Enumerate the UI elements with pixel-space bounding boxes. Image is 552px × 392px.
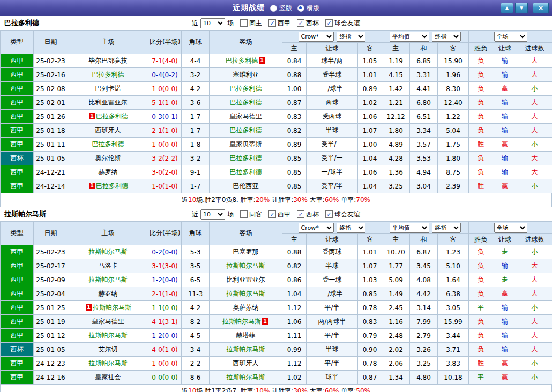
handicap-away-odds: 1.03 <box>358 273 382 287</box>
filter-league-laliga[interactable]: ✓ 西甲 <box>268 19 290 28</box>
result-winloss: 负 <box>469 110 493 124</box>
avg-home-odds: 1.36 <box>382 165 410 179</box>
filter-league-laliga[interactable]: ✓ 西甲 <box>268 210 290 219</box>
match-row: 西甲 25-02-17 马洛卡 3-1(3-0) 3-5 拉斯帕尔马斯 0.82… <box>1 259 552 273</box>
red-card-badge: 1 <box>86 304 92 311</box>
odds-stage-select[interactable]: 终指 <box>337 223 365 233</box>
team-name: 巴拉多利德 <box>4 18 39 28</box>
layout-vertical-radio[interactable]: 竖版 <box>270 4 292 13</box>
avg-away-odds: 8.30 <box>438 82 469 96</box>
window-title: 近期战绩 <box>233 3 265 13</box>
filter-league-copa[interactable]: ✓ 西杯 <box>297 19 319 28</box>
handicap-home-odds: 1.02 <box>282 371 307 385</box>
scroll-up-button[interactable]: ▲ <box>501 3 513 13</box>
league-badge: 西甲 <box>1 54 34 68</box>
match-row: 西甲 24-12-23 拉斯帕尔马斯 1-0(0-0) 2-2 西班牙人 1.1… <box>1 357 552 371</box>
score: 2-1(1-0) <box>148 124 182 138</box>
league-badge: 西甲 <box>1 245 34 259</box>
team-name-text: 巴拉多利德 <box>230 85 262 92</box>
odds-stage-select[interactable]: 终指 <box>337 32 365 42</box>
avg-home-odds: 1.21 <box>382 96 410 110</box>
average-odds-select[interactable]: 平均值 <box>390 223 429 233</box>
layout-horizontal-radio[interactable]: 横版 <box>297 4 319 13</box>
match-date: 25-01-25 <box>34 301 68 315</box>
fulltime-select[interactable]: 全场 <box>494 32 527 42</box>
filter-same-venue[interactable]: 同主 <box>240 19 262 28</box>
score: 7-1(4-0) <box>148 54 182 68</box>
result-winloss: 胜 <box>469 357 493 371</box>
score: 2-1(1-0) <box>148 287 182 301</box>
match-date: 24-12-14 <box>34 179 68 193</box>
result-winloss: 负 <box>469 343 493 357</box>
team-name-text: 巴拉多利德 <box>230 154 262 162</box>
checkbox-checked-icon: ✓ <box>297 19 304 27</box>
match-count-select[interactable]: 10 <box>200 209 225 220</box>
handicap-line: 受半/一 <box>307 152 358 165</box>
handicap-away-odds: 1.00 <box>358 138 382 152</box>
odds-company-select[interactable]: Crow* <box>299 223 334 233</box>
avg-away-odds: 3.44 <box>438 329 469 343</box>
copa-label: 西杯 <box>306 19 319 28</box>
handicap-home-odds: 1.00 <box>282 82 307 96</box>
team-name-text: 赫塔菲 <box>236 331 256 339</box>
team-name-text: 拉斯帕尔马斯 <box>89 359 128 367</box>
fulltime-select[interactable]: 全场 <box>494 223 527 233</box>
handicap-away-odds: 1.01 <box>358 245 382 259</box>
score: 5-1(1-0) <box>148 96 182 110</box>
scroll-down-button[interactable]: ▼ <box>515 3 528 13</box>
result-winloss: 负 <box>469 315 493 329</box>
filter-same-venue[interactable]: 同客 <box>240 210 262 219</box>
result-goals: 大 <box>517 273 552 287</box>
average-stage-select[interactable]: 终指 <box>432 32 461 42</box>
match-count-select[interactable]: 10 <box>200 18 225 28</box>
horizontal-radio-label: 横版 <box>307 4 319 13</box>
home-team: 赫罗纳 <box>68 165 148 179</box>
avg-draw-odds: 3.25 <box>410 357 438 371</box>
corner-score: 1-8 <box>182 138 210 152</box>
recent-results-window: 近期战绩 竖版 横版 ▲ ▼ × 巴拉多利德 <box>0 0 552 392</box>
corner-score: 8-2 <box>182 315 210 329</box>
away-team: 巴塞罗那 <box>210 245 282 259</box>
match-row: 西杯 25-01-05 艾尔切 4-0(1-0) 3-4 拉斯帕尔马斯 0.99… <box>1 343 552 357</box>
filter-league-friendly[interactable]: ✓ 球会友谊 <box>325 19 360 28</box>
handicap-line: 半球 <box>307 124 358 138</box>
away-team: 巴拉多利德 <box>210 165 282 179</box>
near-label: 近 <box>192 19 198 28</box>
result-winloss: 负 <box>469 68 493 82</box>
home-team: 马洛卡 <box>68 259 148 273</box>
avg-away-odds: 1.96 <box>438 68 469 82</box>
team-section: 拉斯帕尔马斯 近 10 场 同客 ✓ 西甲 ✓ 西杯 <box>0 207 552 392</box>
avg-draw-odds: 4.42 <box>410 287 438 301</box>
avg-home-odds: 2.06 <box>382 357 410 371</box>
handicap-home-odds: 0.85 <box>282 179 307 193</box>
league-badge: 西杯 <box>1 152 34 165</box>
summary-text: 近10场,胜1平2负7, 胜率:10% 让胜率:30% 大率:60% 单率:50… <box>182 387 370 392</box>
match-row: 西甲 25-01-19 皇家马德里 4-1(3-1) 8-2 拉斯帕尔马斯1 1… <box>1 315 552 329</box>
avg-draw-odds: 3.31 <box>410 68 438 82</box>
team-name-text: 巴塞罗那 <box>233 248 259 255</box>
away-team: 巴拉多利德 <box>210 82 282 96</box>
handicap-away-odds: 1.04 <box>358 179 382 193</box>
red-card-badge: 1 <box>89 183 95 189</box>
average-odds-select[interactable]: 平均值 <box>390 32 429 42</box>
avg-away-odds: 15.90 <box>438 54 469 68</box>
league-badge: 西甲 <box>1 68 34 82</box>
filter-league-copa[interactable]: ✓ 西杯 <box>297 210 319 219</box>
odds-company-select[interactable]: Crow* <box>299 32 334 42</box>
team-name-text: 奥萨苏纳 <box>233 304 259 311</box>
filters: 近 10 场 同客 ✓ 西甲 ✓ 西杯 ✓ <box>192 209 360 220</box>
result-handicap: 走 <box>493 245 517 259</box>
result-winloss: 胜 <box>469 179 493 193</box>
handicap-line: 受一球 <box>307 273 358 287</box>
league-badge: 西甲 <box>1 110 34 124</box>
radio-unselected-icon <box>270 5 277 12</box>
avg-home-odds: 1.19 <box>382 54 410 68</box>
avg-away-odds: 1.22 <box>438 110 469 124</box>
avg-draw-odds: 3.45 <box>410 259 438 273</box>
league-badge: 西甲 <box>1 287 34 301</box>
corner-score: 11-3 <box>182 287 210 301</box>
average-stage-select[interactable]: 终指 <box>432 223 461 233</box>
close-button[interactable]: × <box>533 3 549 13</box>
filter-league-friendly[interactable]: ✓ 球会友谊 <box>325 210 360 219</box>
team-name-text: 拉斯帕尔马斯 <box>93 304 131 311</box>
